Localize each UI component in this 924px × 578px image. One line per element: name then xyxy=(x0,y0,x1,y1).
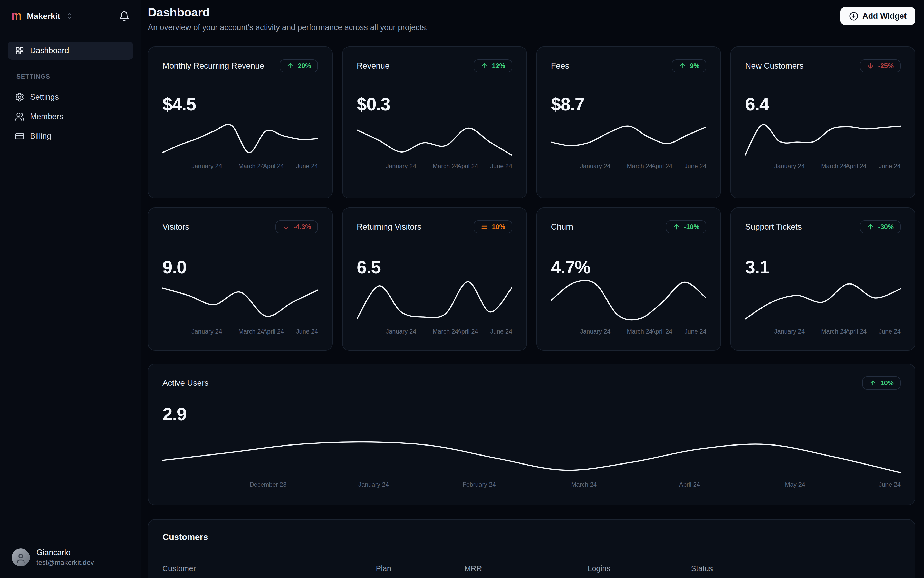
sidebar-item-label: Dashboard xyxy=(30,46,69,55)
axis-label: June 24 xyxy=(490,328,512,335)
trend-badge: -10% xyxy=(666,220,707,234)
bell-icon xyxy=(119,11,130,21)
sidebar-item-label: Settings xyxy=(30,93,59,102)
stat-card-title: Revenue xyxy=(357,61,390,71)
gear-icon xyxy=(15,93,24,102)
stat-card-value: 9.0 xyxy=(162,257,318,278)
arrow-down-icon xyxy=(282,223,290,231)
arrow-up-icon xyxy=(287,62,294,70)
add-widget-button[interactable]: Add Widget xyxy=(840,7,915,25)
x-axis-labels: January 24March 24April 24June 24 xyxy=(357,162,512,170)
sparkline-chart: December 23January 24February 24March 24… xyxy=(162,437,901,489)
stat-card-value: 4.7% xyxy=(551,257,707,278)
plus-circle-icon xyxy=(849,11,858,21)
customers-table-header: Customer Plan MRR Logins Status xyxy=(162,564,901,578)
sparkline-chart: January 24March 24April 24June 24 xyxy=(745,119,901,170)
stat-card-title: Visitors xyxy=(162,222,189,232)
stat-card-title: Monthly Recurring Revenue xyxy=(162,61,264,71)
sidebar-item-members[interactable]: Members xyxy=(8,107,133,126)
sidebar-item-label: Billing xyxy=(30,132,51,141)
axis-label: June 24 xyxy=(684,328,706,335)
sparkline-chart: January 24March 24April 24June 24 xyxy=(162,278,318,336)
axis-label: March 24 xyxy=(627,328,652,335)
axis-label: January 24 xyxy=(774,328,805,335)
customers-card: Customers Customer Plan MRR Logins Statu… xyxy=(148,519,915,578)
user-menu[interactable]: Giancarlo test@makerkit.dev xyxy=(0,537,141,578)
sparkline-chart: January 24March 24April 24June 24 xyxy=(357,278,512,336)
arrow-down-icon xyxy=(867,62,874,70)
stat-cards-row-2: Visitors -4.3% 9.0 January 24March 24Apr… xyxy=(148,208,915,351)
stat-card-value: 6.5 xyxy=(357,257,512,278)
sidebar-nav: Dashboard SETTINGS Settings Members Bi xyxy=(0,42,141,146)
chevron-up-down-icon xyxy=(65,12,73,20)
stat-card-support-tickets: Support Tickets -30% 3.1 January 24March… xyxy=(731,208,915,351)
column-header-status: Status xyxy=(691,564,901,573)
customers-title: Customers xyxy=(162,532,901,542)
axis-label: December 23 xyxy=(250,481,287,488)
sparkline-chart: January 24March 24April 24June 24 xyxy=(551,278,707,336)
x-axis-labels: January 24March 24April 24June 24 xyxy=(551,162,707,170)
axis-label: January 24 xyxy=(191,162,222,170)
main-content: Dashboard An overview of your account's … xyxy=(141,0,924,578)
x-axis-labels: January 24March 24April 24June 24 xyxy=(162,328,318,336)
arrow-up-icon xyxy=(867,223,874,231)
trend-badge-value: -10% xyxy=(684,223,700,231)
arrow-up-icon xyxy=(480,62,488,70)
trend-badge-value: -4.3% xyxy=(293,223,311,231)
arrow-up-icon xyxy=(679,62,686,70)
axis-label: June 24 xyxy=(879,328,901,335)
axis-label: March 24 xyxy=(433,328,459,335)
axis-label: February 24 xyxy=(462,481,496,488)
axis-label: January 24 xyxy=(580,162,611,170)
axis-label: June 24 xyxy=(879,481,901,488)
sparkline-chart: January 24March 24April 24June 24 xyxy=(551,119,707,170)
sparkline-chart: January 24March 24April 24June 24 xyxy=(357,119,512,170)
axis-label: March 24 xyxy=(433,162,459,170)
axis-label: April 24 xyxy=(846,328,867,335)
active-users-card: Active Users 10% 2.9 December 23January … xyxy=(148,364,915,505)
add-widget-label: Add Widget xyxy=(862,11,906,21)
axis-label: January 24 xyxy=(580,328,611,335)
sidebar-item-billing[interactable]: Billing xyxy=(8,126,133,146)
trend-badge-value: 10% xyxy=(880,379,894,387)
x-axis-labels: January 24March 24April 24June 24 xyxy=(551,328,707,336)
menu-icon xyxy=(480,223,488,231)
x-axis-labels: January 24March 24April 24June 24 xyxy=(162,162,318,170)
stat-cards-row-1: Monthly Recurring Revenue 20% $4.5 Janua… xyxy=(148,47,915,198)
axis-label: April 24 xyxy=(263,162,284,170)
settings-section-label: SETTINGS xyxy=(16,73,141,80)
notifications-button[interactable] xyxy=(119,11,130,21)
axis-label: April 24 xyxy=(679,481,700,488)
trend-badge: 9% xyxy=(672,59,707,72)
axis-label: April 24 xyxy=(263,328,284,335)
sidebar-item-label: Members xyxy=(30,112,63,121)
sidebar-item-settings[interactable]: Settings xyxy=(8,87,133,107)
column-header-mrr: MRR xyxy=(464,564,587,573)
trend-badge-value: 10% xyxy=(492,223,505,231)
user-name: Giancarlo xyxy=(36,548,94,557)
x-axis-labels: December 23January 24February 24March 24… xyxy=(162,481,901,489)
page-subtitle: An overview of your account's activity a… xyxy=(148,23,428,32)
axis-label: March 24 xyxy=(821,328,847,335)
axis-label: March 24 xyxy=(238,162,264,170)
axis-label: January 24 xyxy=(358,481,389,488)
axis-label: January 24 xyxy=(774,162,805,170)
sidebar-item-dashboard[interactable]: Dashboard xyxy=(8,42,133,60)
trend-badge-value: -30% xyxy=(878,223,894,231)
stat-card-title: Support Tickets xyxy=(745,222,802,232)
stat-card-title: Churn xyxy=(551,222,574,232)
axis-label: June 24 xyxy=(490,162,512,170)
axis-label: January 24 xyxy=(386,328,416,335)
sidebar: m Makerkit Dashboard SETTINGS Se xyxy=(0,0,141,578)
trend-badge-value: 20% xyxy=(298,62,311,70)
user-email: test@makerkit.dev xyxy=(36,559,94,567)
axis-label: March 24 xyxy=(627,162,652,170)
axis-label: March 24 xyxy=(821,162,847,170)
workspace-selector[interactable]: m Makerkit xyxy=(11,10,73,22)
avatar xyxy=(12,549,30,567)
makerkit-logo-icon: m xyxy=(11,10,22,21)
column-header-logins: Logins xyxy=(588,564,691,573)
trend-badge-value: -25% xyxy=(878,62,894,70)
stat-card-fees: Fees 9% $8.7 January 24March 24April 24J… xyxy=(537,47,721,198)
page-title: Dashboard xyxy=(148,5,428,19)
